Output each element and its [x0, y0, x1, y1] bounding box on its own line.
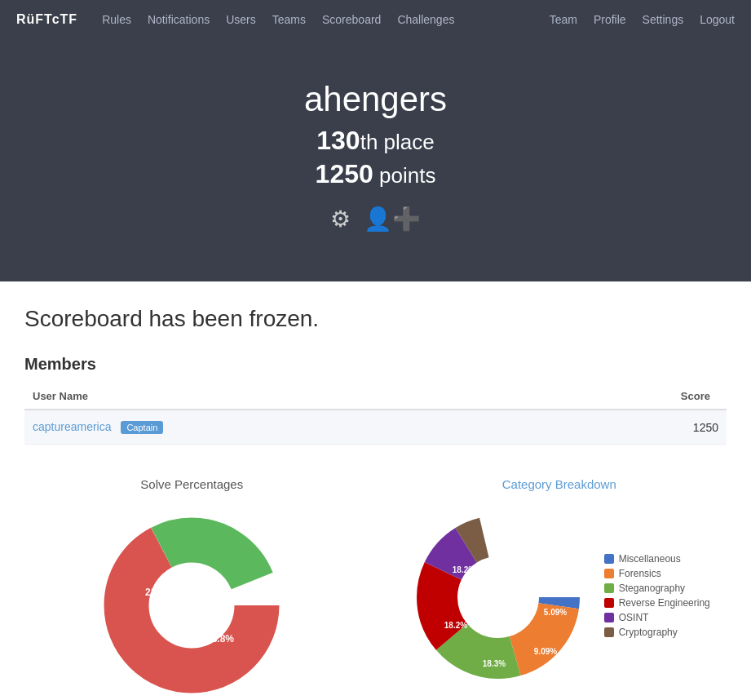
fails-label: 78.8%: [206, 633, 234, 645]
nav-challenges[interactable]: Challenges: [397, 13, 454, 26]
member-score-cell: 1250: [538, 410, 727, 445]
table-row: captureamerica Captain 1250: [24, 410, 727, 445]
misc-legend-item: Miscellaneous: [604, 553, 710, 565]
nav-logout[interactable]: Logout: [700, 13, 735, 26]
settings-icon[interactable]: ⚙: [330, 206, 351, 233]
points-label: points: [379, 163, 435, 188]
logo: RüFTcTF: [16, 12, 77, 27]
steg-legend-label: Steganography: [619, 583, 685, 594]
main-content: Scoreboard has been frozen. Members User…: [0, 281, 751, 700]
misc-color: [604, 554, 614, 564]
charts-section: Solve Percentages 21.2% 78.8% Fails: [24, 477, 727, 700]
points-number: 1250: [316, 159, 373, 188]
crypto-legend-label: Cryptography: [619, 627, 678, 638]
forensics-legend-label: Forensics: [619, 568, 661, 579]
nav-left: Rules Notifications Users Teams Scoreboa…: [102, 13, 454, 26]
members-table: User Name Score captureamerica Captain 1…: [24, 383, 727, 445]
members-section: Members User Name Score captureamerica C…: [24, 355, 727, 445]
steg-color: [604, 583, 614, 593]
category-breakdown-title: Category Breakdown: [392, 477, 727, 491]
category-chart-area: 27.3% 18.2% 18.2% 18.3% 9.09% 5.09% Misc…: [392, 507, 727, 687]
category-donut-wrapper: 27.3% 18.2% 18.2% 18.3% 9.09% 5.09%: [409, 507, 588, 687]
solve-percentages-title: Solve Percentages: [24, 477, 360, 491]
member-username-cell: captureamerica Captain: [24, 410, 538, 445]
col-score: Score: [538, 383, 727, 410]
frozen-message: Scoreboard has been frozen.: [24, 306, 727, 332]
forensics-pct-label: 18.2%: [453, 565, 475, 574]
members-title: Members: [24, 355, 727, 374]
forensics-color: [604, 569, 614, 578]
place-number: 130: [316, 126, 360, 155]
nav-rules[interactable]: Rules: [102, 13, 131, 26]
nav-right: Team Profile Settings Logout: [550, 13, 735, 26]
steg-pct-label: 18.2%: [444, 621, 467, 630]
nav-teams[interactable]: Teams: [272, 13, 306, 26]
forensics-legend-item: Forensics: [604, 568, 710, 579]
crypto-color: [604, 627, 614, 637]
hero-action-icons: ⚙ 👤➕: [16, 206, 735, 233]
hero-section: ahengers 130th place 1250 points ⚙ 👤➕: [0, 39, 751, 281]
re-color: [604, 598, 614, 608]
place-label: place: [384, 130, 435, 154]
misc-legend-label: Miscellaneous: [619, 553, 681, 565]
place-suffix: th: [360, 130, 378, 154]
solve-donut-wrapper: 21.2% 78.8%: [24, 507, 360, 700]
category-breakdown-chart: Category Breakdown: [392, 477, 727, 700]
osint-pct-label: 9.09%: [534, 647, 557, 656]
re-legend-item: Reverse Engineering: [604, 597, 710, 609]
captain-badge: Captain: [121, 421, 163, 434]
category-legend: Miscellaneous Forensics Steganography Re…: [604, 553, 710, 641]
solve-donut-svg: 21.2% 78.8%: [94, 507, 289, 700]
team-points: 1250 points: [16, 159, 735, 189]
crypto-legend-item: Cryptography: [604, 627, 710, 638]
nav-profile[interactable]: Profile: [594, 13, 626, 26]
nav-notifications[interactable]: Notifications: [148, 13, 210, 26]
team-name: ahengers: [16, 80, 735, 119]
crypto-pct-label: 5.09%: [544, 608, 567, 617]
team-place: 130th place: [16, 126, 735, 156]
osint-legend-item: OSINT: [604, 612, 710, 623]
misc-pct-label: 27.3%: [523, 569, 546, 578]
member-username-link[interactable]: captureamerica: [33, 420, 112, 433]
invite-icon[interactable]: 👤➕: [364, 206, 421, 233]
re-pct-label: 18.3%: [483, 659, 506, 668]
steg-legend-item: Steganography: [604, 583, 710, 594]
nav-team[interactable]: Team: [550, 13, 577, 26]
nav-users[interactable]: Users: [226, 13, 256, 26]
col-username: User Name: [24, 383, 538, 410]
osint-color: [604, 613, 614, 622]
solves-label: 21.2%: [145, 587, 173, 598]
nav-scoreboard[interactable]: Scoreboard: [322, 13, 381, 26]
solve-percentages-chart: Solve Percentages 21.2% 78.8% Fails: [24, 477, 360, 700]
navigation: RüFTcTF Rules Notifications Users Teams …: [0, 0, 751, 39]
nav-settings[interactable]: Settings: [643, 13, 684, 26]
osint-legend-label: OSINT: [619, 612, 649, 623]
category-donut-svg: 27.3% 18.2% 18.2% 18.3% 9.09% 5.09%: [409, 507, 588, 687]
re-legend-label: Reverse Engineering: [619, 597, 710, 609]
